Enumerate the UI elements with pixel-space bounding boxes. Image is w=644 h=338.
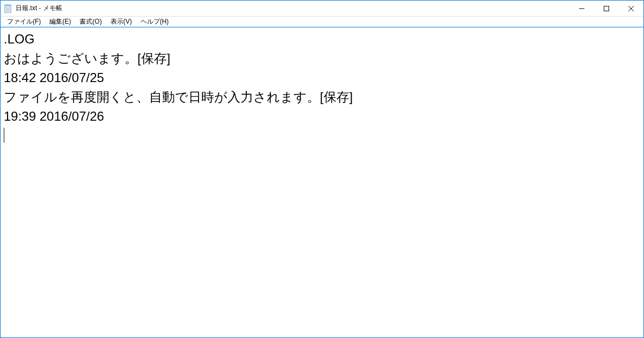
menu-format[interactable]: 書式(O) bbox=[75, 16, 106, 27]
text-line: おはようございます。[保存] bbox=[4, 51, 170, 65]
notepad-icon bbox=[4, 4, 12, 13]
window-title: 日報.txt - メモ帳 bbox=[16, 4, 569, 13]
minimize-button[interactable] bbox=[569, 1, 594, 16]
menu-edit[interactable]: 編集(E) bbox=[45, 16, 75, 27]
text-line: 19:39 2016/07/26 bbox=[4, 109, 104, 123]
text-line: .LOG bbox=[4, 32, 34, 46]
svg-rect-1 bbox=[5, 5, 11, 6]
window-controls bbox=[569, 1, 643, 16]
maximize-button[interactable] bbox=[594, 1, 619, 16]
close-button[interactable] bbox=[619, 1, 643, 16]
menu-help[interactable]: ヘルプ(H) bbox=[136, 16, 173, 27]
text-content[interactable]: .LOG おはようございます。[保存] 18:42 2016/07/25 ファイ… bbox=[4, 30, 640, 145]
menubar: ファイル(F) 編集(E) 書式(O) 表示(V) ヘルプ(H) bbox=[1, 17, 643, 27]
text-editor-area[interactable]: .LOG おはようございます。[保存] 18:42 2016/07/25 ファイ… bbox=[1, 27, 643, 337]
menu-file[interactable]: ファイル(F) bbox=[3, 16, 45, 27]
svg-rect-7 bbox=[604, 6, 609, 11]
menu-view[interactable]: 表示(V) bbox=[106, 16, 136, 27]
titlebar: 日報.txt - メモ帳 bbox=[1, 1, 643, 17]
text-line: ファイルを再度開くと、自動で日時が入力されます。[保存] bbox=[4, 90, 353, 104]
text-cursor bbox=[4, 128, 4, 143]
text-line: 18:42 2016/07/25 bbox=[4, 70, 104, 85]
